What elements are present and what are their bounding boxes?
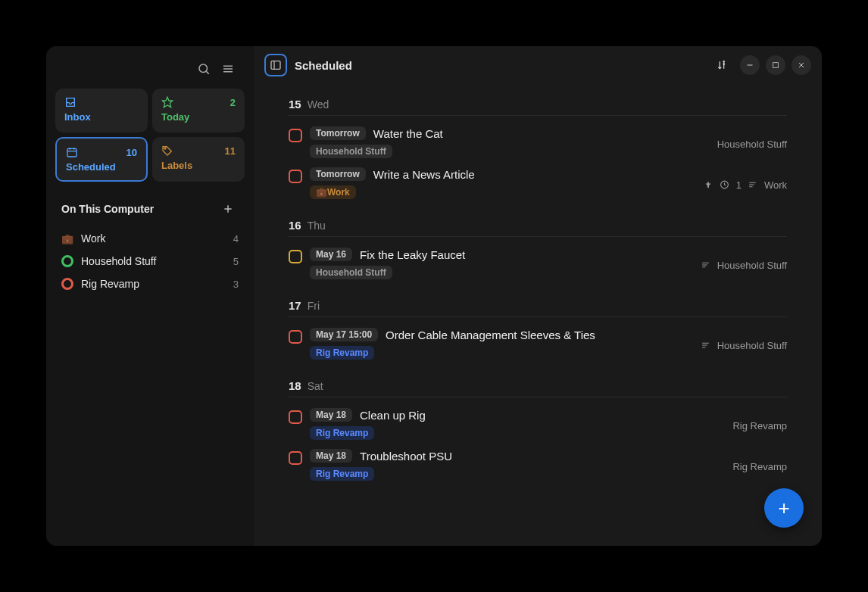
task-meta: Rig Revamp [732, 420, 787, 432]
task-project-label: Rig Revamp [732, 420, 787, 432]
briefcase-icon: 💼 [61, 233, 73, 245]
task-project-label: Household Stuff [717, 139, 787, 150]
section-title: On This Computer [61, 203, 154, 215]
task-checkbox[interactable] [289, 170, 302, 183]
nav-inbox-label: Inbox [64, 111, 139, 123]
svg-line-1 [206, 71, 208, 73]
nav-scheduled-count: 10 [126, 147, 137, 158]
project-item[interactable]: 💼Work4 [55, 227, 245, 250]
project-item[interactable]: Rig Revamp3 [55, 273, 245, 295]
project-name: Household Stuff [81, 255, 226, 267]
plus-icon: + [778, 497, 789, 520]
nav-inbox[interactable]: Inbox [55, 89, 148, 132]
task-row[interactable]: May 18Troubleshoot PSURig RevampRig Reva… [289, 446, 787, 487]
task-title: Clean up Rig [360, 409, 426, 422]
task-project-label: Household Stuff [717, 260, 787, 271]
task-tag-chip[interactable]: Rig Revamp [310, 346, 374, 360]
task-project-label: Work [764, 179, 787, 191]
day-number: 15 [289, 98, 301, 111]
nav-scheduled[interactable]: 10 Scheduled [55, 137, 148, 182]
add-task-fab[interactable]: + [764, 488, 804, 528]
nav-today-label: Today [161, 111, 236, 123]
task-tag-chip[interactable]: Rig Revamp [310, 467, 374, 481]
day-of-week: Thu [308, 220, 326, 232]
search-icon[interactable] [193, 58, 214, 79]
task-date-chip: May 18 [310, 449, 352, 463]
maximize-button[interactable] [766, 55, 785, 75]
star-icon [161, 96, 173, 108]
svg-rect-20 [773, 63, 779, 68]
task-checkbox[interactable] [289, 250, 302, 263]
svg-marker-5 [162, 97, 172, 107]
project-count: 3 [233, 279, 239, 290]
pin-icon [703, 179, 713, 190]
sidebar: Inbox 2 Today 10 Scheduled [46, 46, 254, 546]
task-project-label: Rig Revamp [732, 461, 787, 472]
project-item[interactable]: Household Stuff5 [55, 250, 245, 273]
svg-point-0 [199, 64, 208, 73]
task-row[interactable]: TomorrowWrite a News Article💼Work1Work [289, 164, 787, 205]
nav-labels-count: 11 [225, 145, 236, 157]
task-title: Water the Cat [373, 127, 443, 140]
calendar-icon [66, 146, 78, 158]
nav-scheduled-label: Scheduled [66, 161, 137, 173]
close-button[interactable] [792, 55, 811, 75]
sidebar-toggle-button[interactable] [264, 54, 287, 76]
project-name: Work [81, 232, 226, 245]
task-date-chip: May 17 15:00 [310, 328, 378, 341]
project-count: 4 [233, 233, 239, 245]
day-number: 17 [289, 299, 301, 312]
task-tag-chip[interactable]: Household Stuff [310, 145, 392, 158]
task-meta: Household Stuff [717, 139, 787, 150]
add-project-button[interactable] [217, 198, 239, 220]
task-date-chip: May 16 [310, 248, 352, 261]
task-title: Order Cable Management Sleeves & Ties [386, 329, 595, 341]
project-dot-icon [61, 278, 73, 290]
task-date-chip: Tomorrow [310, 126, 366, 140]
nav-labels-label: Labels [161, 160, 236, 171]
nav-today[interactable]: 2 Today [152, 89, 245, 132]
minimize-button[interactable] [740, 55, 760, 75]
inbox-icon [64, 96, 76, 108]
day-header: 16Thu [289, 205, 787, 237]
task-meta: Rig Revamp [732, 461, 787, 472]
task-row[interactable]: TomorrowWater the CatHousehold StuffHous… [289, 123, 787, 164]
svg-rect-13 [271, 61, 280, 70]
project-dot-icon [61, 255, 73, 267]
day-header: 18Sat [289, 366, 787, 397]
notes-icon [701, 340, 711, 351]
task-title: Troubleshoot PSU [360, 450, 452, 463]
sort-icon[interactable] [711, 55, 732, 76]
task-project-label: Household Stuff [717, 340, 787, 351]
task-row[interactable]: May 17 15:00Order Cable Management Sleev… [289, 325, 787, 366]
task-tag-chip[interactable]: Rig Revamp [310, 426, 374, 440]
task-tag-chip[interactable]: 💼Work [310, 185, 356, 199]
task-checkbox[interactable] [289, 330, 302, 344]
notes-icon [701, 260, 711, 270]
day-of-week: Fri [308, 300, 320, 312]
task-meta: Household Stuff [701, 340, 787, 351]
project-name: Rig Revamp [81, 278, 226, 290]
svg-rect-6 [67, 148, 76, 157]
task-meta: Household Stuff [701, 260, 787, 271]
task-date-chip: Tomorrow [310, 167, 366, 181]
clock-icon [720, 179, 730, 190]
main-panel: Scheduled 15WedTomorrowWater the CatHous… [254, 46, 822, 546]
task-row[interactable]: May 16Fix the Leaky FaucetHousehold Stuf… [289, 245, 787, 285]
svg-point-18 [723, 64, 724, 64]
task-title: Fix the Leaky Faucet [360, 248, 465, 261]
day-of-week: Wed [308, 98, 329, 111]
day-header: 15Wed [289, 84, 787, 116]
task-checkbox[interactable] [289, 129, 302, 142]
task-checkbox[interactable] [289, 410, 302, 424]
nav-labels[interactable]: 11 Labels [152, 137, 245, 182]
task-checkbox[interactable] [289, 451, 302, 465]
task-meta: 1Work [703, 179, 787, 191]
task-row[interactable]: May 18Clean up RigRig RevampRig Revamp [289, 405, 787, 446]
day-of-week: Sat [308, 380, 323, 392]
task-tag-chip[interactable]: Household Stuff [310, 266, 392, 279]
menu-icon[interactable] [217, 58, 239, 79]
svg-point-17 [723, 61, 724, 62]
reminder-count: 1 [736, 179, 742, 191]
svg-point-10 [164, 148, 166, 149]
